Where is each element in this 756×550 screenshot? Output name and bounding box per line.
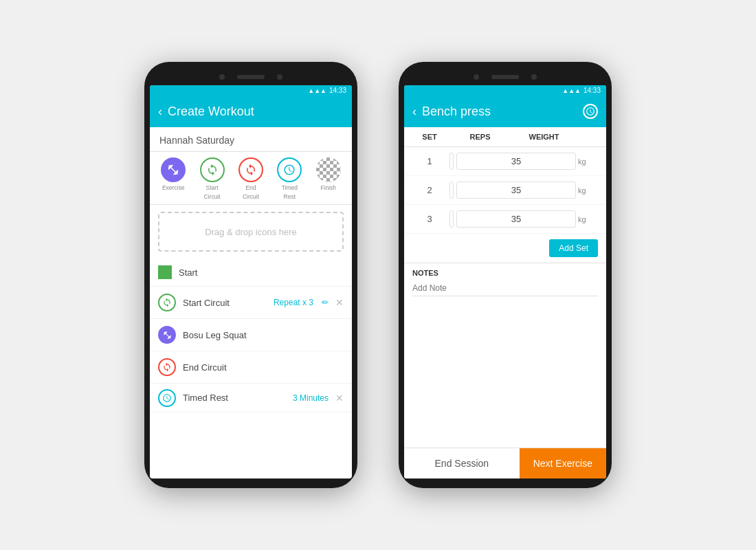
phone-1-camera-2 [277,74,282,80]
time-1: 14:33 [329,87,346,94]
th-unit [577,133,598,141]
list-item-start[interactable]: Start [150,258,352,287]
list-item-end-circuit[interactable]: End Circuit [150,351,352,384]
app-bar-title-2: Bench press [422,104,577,119]
set-3-weight-group: kg [456,210,586,228]
phone-2: ▲▲▲ 14:33 ‹ Bench press SET REPS WEIGHT [399,62,612,488]
edit-icon: ✏ [322,298,329,307]
table-header: SET REPS WEIGHT [404,127,606,147]
list-item-start-label: Start [179,267,344,278]
back-button-1[interactable]: ‹ [158,104,162,119]
list-start-circuit-close[interactable]: ✕ [335,297,344,308]
add-set-button[interactable]: Add Set [549,239,598,257]
time-2: 14:33 [583,87,601,94]
list-timed-rest-label: Timed Rest [183,393,286,403]
set-3-num: 3 [412,214,447,224]
phone-1-screen: ▲▲▲ 14:33 ‹ Create Workout E [150,85,352,478]
phone-1-speaker [237,75,265,79]
set-3-kg: kg [578,215,586,223]
phone-2-speaker [491,75,519,79]
toolbar-timed-rest[interactable]: Timed Rest [272,157,307,200]
list-item-start-circuit[interactable]: Start Circuit Repeat x 3 ✏ ✕ [150,287,352,319]
set-row-1: 1 kg [404,147,606,176]
back-button-2[interactable]: ‹ [412,104,416,119]
timed-rest-icon [277,157,302,182]
set-3-weight[interactable] [456,210,576,228]
list-exercise-icon [158,326,176,344]
set-1-kg: kg [578,157,586,166]
list-end-circuit-label: End Circuit [183,362,344,373]
start-circuit-label2: Circuit [204,193,221,200]
screen-content-1: Exercise Start Circuit [150,127,352,478]
finish-icon [316,157,341,182]
workout-name-field [150,127,352,152]
th-reps: REPS [449,133,511,141]
signal-icon-1: ▲▲▲ [308,87,326,94]
signal-icon-2: ▲▲▲ [562,87,581,94]
list-timed-rest-minutes: 3 Minutes [293,393,329,403]
status-bar-1: ▲▲▲ 14:33 [150,85,352,96]
end-circuit-label2: Circuit [243,193,259,200]
start-circuit-label: Start [206,184,219,191]
list-timed-rest-close[interactable]: ✕ [335,393,344,404]
status-bar-2: ▲▲▲ 14:33 [404,85,606,96]
toolbar-start-circuit[interactable]: Start Circuit [195,157,230,200]
set-2-reps[interactable] [449,182,454,199]
set-1-weight-group: kg [456,153,586,170]
start-circuit-icon [200,157,225,182]
end-circuit-label: End [245,184,256,191]
app-bar-2: ‹ Bench press [404,96,606,127]
set-1-reps[interactable] [449,153,454,170]
set-1-num: 1 [412,156,447,166]
set-2-num: 2 [412,185,447,195]
th-set: SET [412,133,447,141]
phone-1-top-bar [150,72,352,85]
list-end-circuit-icon [158,358,176,376]
set-2-weight-group: kg [456,182,586,199]
list-item-bosu[interactable]: Bosu Leg Squat [150,319,352,351]
set-2-kg: kg [578,186,586,195]
finish-label: Finish [320,184,336,191]
toolbar-finish[interactable]: Finish [311,157,346,200]
notes-input[interactable] [412,283,598,296]
list-start-circuit-icon [158,294,176,311]
next-exercise-button[interactable]: Next Exercise [520,448,606,478]
phone-2-top-bar [404,72,606,85]
app-bar-1: ‹ Create Workout [150,96,352,127]
th-weight: WEIGHT [513,133,575,141]
drag-drop-text: Drag & drop icons here [205,227,297,237]
list-timed-rest-icon [158,389,176,407]
clock-icon[interactable] [583,104,598,119]
set-1-weight[interactable] [456,153,576,170]
exercise-icon [161,157,186,182]
timed-rest-label2: Rest [284,193,296,200]
exercise-label: Exercise [162,184,185,191]
set-row-3: 3 kg [404,205,606,234]
end-circuit-icon [238,157,263,182]
bottom-bar: End Session Next Exercise [404,448,606,478]
list-item-timed-rest[interactable]: Timed Rest 3 Minutes ✕ [150,384,352,412]
list-start-circuit-repeat: Repeat x 3 [274,298,313,307]
phone-1: ▲▲▲ 14:33 ‹ Create Workout E [144,62,357,488]
end-session-button[interactable]: End Session [404,448,520,478]
set-3-reps[interactable] [449,210,454,228]
phone-2-camera [474,74,479,80]
set-row-2: 2 kg [404,176,606,205]
start-square-icon [158,265,172,279]
icon-toolbar: Exercise Start Circuit [150,152,352,205]
phone-2-screen: ▲▲▲ 14:33 ‹ Bench press SET REPS WEIGHT [404,85,606,478]
phone-1-camera [219,74,225,80]
screen-content-2: SET REPS WEIGHT 1 kg 2 kg [404,127,606,478]
phone-2-camera-2 [531,74,537,80]
add-set-row: Add Set [404,234,606,263]
workout-list: Start Start Circuit Repeat x 3 ✏ ✕ [150,258,352,478]
toolbar-end-circuit[interactable]: End Circuit [234,157,268,200]
drag-drop-zone[interactable]: Drag & drop icons here [158,212,344,252]
timed-rest-label: Timed [282,184,298,191]
toolbar-exercise[interactable]: Exercise [156,157,190,200]
set-2-weight[interactable] [456,182,576,199]
notes-section: NOTES [404,263,606,448]
list-bosu-label: Bosu Leg Squat [183,330,344,340]
list-start-circuit-label: Start Circuit [183,298,267,308]
workout-name-input[interactable] [159,135,342,148]
